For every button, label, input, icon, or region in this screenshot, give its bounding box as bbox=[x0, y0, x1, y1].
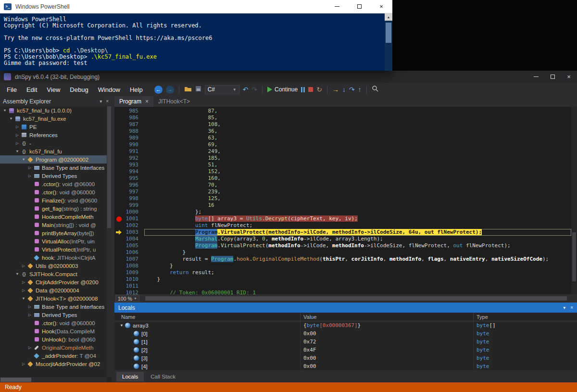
expander-icon[interactable]: ▷ bbox=[27, 345, 33, 350]
tree-item[interactable]: ▷OriginalCompileMeth bbox=[0, 343, 107, 352]
tree-item[interactable]: ▼SJITHook.Compact bbox=[0, 270, 107, 278]
tree-item[interactable]: ▼Program @02000002 bbox=[0, 155, 107, 164]
code-line[interactable]: 1007 result = Program.hook.OriginalCompi… bbox=[114, 256, 571, 263]
tree-item[interactable]: UnHook() : bool @060 bbox=[0, 335, 107, 343]
nav-back-icon[interactable]: ← bbox=[154, 86, 163, 94]
tree-item[interactable]: ▼kc57_final_fu (1.0.0.0) bbox=[0, 106, 107, 114]
tree-item[interactable]: ▼JITHook<T> @02000008 bbox=[0, 294, 107, 303]
chevron-down-icon[interactable]: ▾ bbox=[100, 99, 102, 104]
tree-item[interactable]: ▷Data @02000004 bbox=[0, 286, 107, 294]
locals-header[interactable]: Locals ▾ × bbox=[114, 303, 577, 313]
menu-debug[interactable]: Debug bbox=[65, 84, 93, 96]
expander-icon[interactable]: ▷ bbox=[27, 304, 33, 309]
tree-item[interactable]: .cctor() : void @06000 bbox=[0, 180, 107, 188]
code-line[interactable]: 996 70, bbox=[114, 182, 571, 189]
tab-jithook[interactable]: JITHook<T> bbox=[153, 96, 195, 107]
tree-item[interactable]: Finalize() : void @0600 bbox=[0, 196, 107, 204]
search-icon[interactable] bbox=[372, 85, 378, 94]
code-line[interactable]: 990 69, bbox=[114, 141, 571, 148]
code-line[interactable]: 1006 } bbox=[114, 249, 571, 256]
code-line[interactable]: 1008 } bbox=[114, 263, 571, 269]
code-line[interactable]: 1001 byte[] array3 = Utils.Decrypt(ciphe… bbox=[114, 215, 571, 222]
scroll-up-icon[interactable]: ▲ bbox=[385, 13, 392, 21]
editor-horizontal-scrollbar[interactable] bbox=[141, 296, 576, 301]
tree-item[interactable]: Hook(Data.CompileM bbox=[0, 327, 107, 335]
code-line[interactable]: 998 125, bbox=[114, 195, 571, 202]
code-line[interactable]: 999 16 bbox=[114, 202, 571, 209]
tree-item[interactable]: ▷Derived Types bbox=[0, 172, 107, 180]
code-line[interactable]: 1012 // Token: 0x06000001 RID: 1 bbox=[114, 290, 571, 294]
expander-icon[interactable]: ▼ bbox=[14, 272, 20, 276]
tab-call-stack[interactable]: Call Stack bbox=[145, 372, 181, 381]
dnspy-titlebar[interactable]: dnSpy v6.0.4 (32-bit, Debugging) × bbox=[0, 71, 577, 83]
code-line[interactable]: 988 36, bbox=[114, 128, 571, 135]
locals-row[interactable]: [0]0x00byte bbox=[114, 329, 577, 338]
tree-item[interactable]: Main(string[]) : void @ bbox=[0, 221, 107, 229]
tree-item[interactable]: ▷ClrjitAddrProvider @0200 bbox=[0, 278, 107, 286]
expander-icon[interactable]: ▼ bbox=[14, 149, 20, 153]
column-header-value[interactable]: Value bbox=[301, 313, 474, 321]
tree-item[interactable]: ▷Derived Types bbox=[0, 311, 107, 319]
open-file-icon[interactable] bbox=[184, 85, 192, 94]
code-line[interactable]: 987 108, bbox=[114, 121, 571, 128]
ps-scrollbar[interactable]: ▲ bbox=[385, 13, 392, 71]
menu-window[interactable]: Window bbox=[93, 84, 125, 96]
tree-item[interactable]: ▷PE bbox=[0, 123, 107, 131]
column-header-name[interactable]: Name bbox=[114, 313, 301, 321]
scrollbar-thumb[interactable] bbox=[0, 378, 31, 382]
expander-icon[interactable]: ▼ bbox=[8, 116, 14, 121]
tree-item[interactable]: hook : JITHook<ClrjitA bbox=[0, 253, 107, 262]
menu-edit[interactable]: Edit bbox=[22, 84, 42, 96]
tab-program[interactable]: Program × bbox=[114, 96, 153, 107]
code-line[interactable]: 1009 return result; bbox=[114, 269, 571, 276]
tree-item[interactable]: ▷References bbox=[0, 131, 107, 139]
scrollbar-thumb[interactable] bbox=[107, 106, 111, 228]
tree-item[interactable]: VirtualProtect(IntPtr, u bbox=[0, 245, 107, 253]
scrollbar-thumb[interactable] bbox=[145, 296, 567, 301]
dn-minimize-button[interactable] bbox=[528, 71, 544, 83]
step-into-icon[interactable]: ↓ bbox=[342, 86, 346, 93]
code-line[interactable]: 1004 Marshal.Copy(array3, 0, methodInfo-… bbox=[114, 236, 571, 242]
dn-close-button[interactable]: × bbox=[561, 71, 577, 83]
menu-view[interactable]: View bbox=[42, 84, 65, 96]
ps-close-button[interactable]: × bbox=[370, 0, 392, 13]
expander-icon[interactable]: ▼ bbox=[21, 296, 26, 301]
tree-item[interactable]: VirtualAlloc(IntPtr, uin bbox=[0, 237, 107, 245]
ps-scrollbar-thumb[interactable] bbox=[386, 23, 391, 43]
ps-minimize-button[interactable] bbox=[326, 0, 348, 13]
tree-item[interactable]: ▷Base Type and Interfaces bbox=[0, 164, 107, 172]
tree-item[interactable]: ▼kc57_final_fu bbox=[0, 147, 107, 155]
locals-row[interactable]: [3]0x00byte bbox=[114, 354, 577, 362]
step-over-icon[interactable]: ↷ bbox=[349, 86, 355, 93]
locals-row[interactable]: ▼array3{byte[0x00000367]}byte[] bbox=[114, 321, 577, 329]
expander-icon[interactable]: ▷ bbox=[21, 288, 26, 292]
tree-item[interactable]: ▷MscorjitAddrProvider @02 bbox=[0, 360, 107, 368]
tree-item[interactable]: .ctor() : void @060000 bbox=[0, 319, 107, 327]
expander-icon[interactable]: ▷ bbox=[27, 313, 33, 317]
expander-icon[interactable]: ▷ bbox=[14, 125, 20, 129]
tree-item[interactable]: ▷Base Type and Interfaces bbox=[0, 303, 107, 311]
tree-item[interactable]: ▷Utils @02000003 bbox=[0, 262, 107, 270]
code-line[interactable]: 1000 }; bbox=[114, 209, 571, 215]
expander-icon[interactable]: ▼ bbox=[118, 323, 125, 328]
dn-maximize-button[interactable] bbox=[544, 71, 561, 83]
stop-button[interactable] bbox=[308, 87, 313, 92]
code-line[interactable]: 986 85, bbox=[114, 114, 571, 121]
code-line[interactable]: 992 185, bbox=[114, 155, 571, 162]
nav-forward-icon[interactable]: → bbox=[166, 86, 174, 94]
code-line[interactable]: 993 51, bbox=[114, 162, 571, 168]
expander-icon[interactable]: ▷ bbox=[14, 141, 20, 145]
tree-item[interactable]: .ctor() : void @060000 bbox=[0, 188, 107, 196]
step-out-icon[interactable]: ↑ bbox=[358, 86, 362, 93]
code-line[interactable]: 991 249, bbox=[114, 148, 571, 155]
locals-row[interactable]: [2]0x4Fbyte bbox=[114, 346, 577, 354]
code-line[interactable]: 1002 uint flNewProtect; bbox=[114, 222, 571, 229]
close-icon[interactable]: × bbox=[145, 98, 149, 105]
tree-horizontal-scrollbar[interactable] bbox=[0, 377, 107, 382]
expander-icon[interactable]: ▷ bbox=[27, 174, 33, 178]
close-icon[interactable]: × bbox=[570, 305, 573, 310]
code-line[interactable]: 985 87, bbox=[114, 108, 571, 114]
editor-vertical-scrollbar[interactable] bbox=[571, 107, 577, 294]
glyph-margin[interactable] bbox=[114, 216, 123, 222]
code-line[interactable]: 995 160, bbox=[114, 175, 571, 182]
